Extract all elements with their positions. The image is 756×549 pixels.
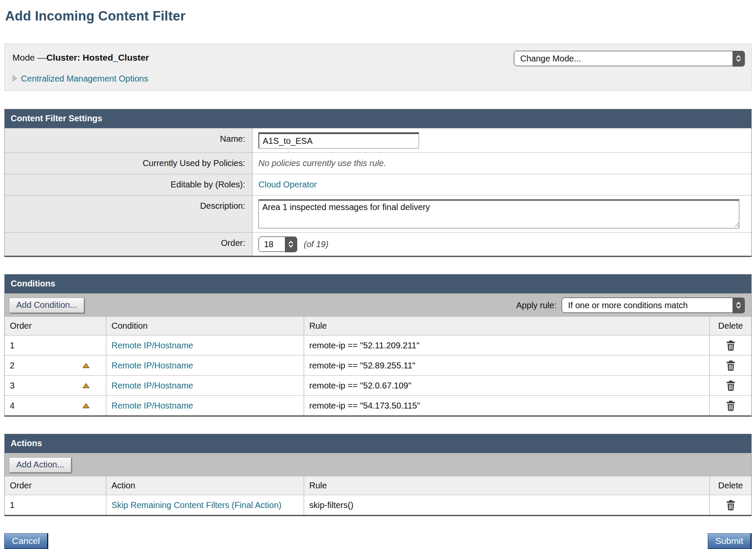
move-up-button[interactable] <box>82 363 90 368</box>
roles-row: Editable by (Roles): Cloud Operator <box>5 174 751 195</box>
cancel-button[interactable]: Cancel <box>4 533 48 549</box>
condition-order: 4 <box>10 401 15 411</box>
name-row: Name: <box>5 128 751 152</box>
mode-separator: — <box>37 53 46 62</box>
condition-row: 2 Remote IP/Hostname remote-ip == "52.89… <box>5 355 751 375</box>
trash-icon <box>726 366 735 372</box>
trash-icon <box>726 406 735 412</box>
condition-order: 1 <box>10 341 15 350</box>
condition-row: 1 Remote IP/Hostname remote-ip == "52.11… <box>5 335 751 355</box>
delete-button[interactable] <box>726 400 735 411</box>
condition-link[interactable]: Remote IP/Hostname <box>111 360 193 371</box>
move-up-button[interactable] <box>82 403 90 409</box>
condition-rule: remote-ip == "52.11.209.211" <box>309 341 419 350</box>
select-spinner-icon <box>285 237 297 252</box>
col-order-header: Order <box>5 476 106 495</box>
conditions-section: Conditions Add Condition... Apply rule: … <box>4 274 752 417</box>
change-mode-select[interactable]: Change Mode... <box>514 51 744 66</box>
actions-header: Actions <box>5 434 751 453</box>
add-condition-button[interactable]: Add Condition... <box>9 298 84 313</box>
description-textarea[interactable]: Area 1 inspected messages for final deli… <box>258 199 739 228</box>
name-input[interactable] <box>258 132 419 149</box>
content-filter-settings-header: Content Filter Settings <box>5 109 751 128</box>
name-value-cell <box>252 128 751 152</box>
arrow-up-icon <box>82 403 90 410</box>
mode-label: Mode <box>12 53 37 62</box>
trash-icon <box>726 505 735 512</box>
condition-rule: remote-ip == "54.173.50.115" <box>309 401 420 411</box>
change-mode-selected-value: Change Mode... <box>520 54 581 64</box>
action-link[interactable]: Skip Remaining Content Filters (Final Ac… <box>111 499 281 511</box>
arrow-up-icon <box>82 363 90 370</box>
col-rule-header: Rule <box>304 476 710 495</box>
expand-triangle-icon <box>12 74 17 84</box>
col-condition-header: Condition <box>106 317 304 335</box>
delete-button[interactable] <box>726 380 735 391</box>
mode-box: Mode —Cluster: Hosted_Cluster Change Mod… <box>4 44 752 91</box>
apply-rule-label: Apply rule: <box>516 301 557 310</box>
condition-link[interactable]: Remote IP/Hostname <box>111 400 193 411</box>
conditions-table-header: Order Condition Rule Delete <box>5 317 751 335</box>
trash-icon <box>726 346 735 352</box>
move-up-button[interactable] <box>82 383 90 388</box>
order-total-note: (of 19) <box>304 239 328 249</box>
description-row: Description: Area 1 inspected messages f… <box>5 195 751 232</box>
roles-label: Editable by (Roles): <box>5 174 252 195</box>
condition-rule: remote-ip == "52.89.255.11" <box>309 361 415 371</box>
footer: Cancel Submit <box>4 533 752 549</box>
content-filter-settings-section: Content Filter Settings Name: Currently … <box>4 109 752 257</box>
condition-row: 4 Remote IP/Hostname remote-ip == "54.17… <box>5 395 751 415</box>
col-order-header: Order <box>5 317 106 335</box>
condition-rule: remote-ip == "52.0.67.109" <box>309 381 411 391</box>
condition-order: 3 <box>10 381 15 391</box>
centralized-management-options-label: Centralized Management Options <box>21 74 148 84</box>
policies-value: No policies currently use this rule. <box>258 158 386 168</box>
actions-section: Actions Add Action... Order Action Rule … <box>4 434 752 516</box>
order-label: Order: <box>5 233 252 256</box>
submit-button[interactable]: Submit <box>708 533 752 549</box>
cloud-operator-link[interactable]: Cloud Operator <box>258 180 317 190</box>
conditions-header: Conditions <box>5 274 751 293</box>
apply-rule-selected-value: If one or more conditions match <box>568 301 688 310</box>
select-spinner-icon <box>733 51 745 67</box>
col-delete-header: Delete <box>710 317 751 335</box>
policies-label: Currently Used by Policies: <box>5 153 252 174</box>
delete-button[interactable] <box>726 500 735 511</box>
policies-row: Currently Used by Policies: No policies … <box>5 152 751 174</box>
condition-link[interactable]: Remote IP/Hostname <box>111 340 193 351</box>
condition-link[interactable]: Remote IP/Hostname <box>111 380 193 391</box>
description-label: Description: <box>5 196 252 232</box>
name-label: Name: <box>5 128 252 152</box>
arrow-up-icon <box>82 383 90 390</box>
delete-button[interactable] <box>726 360 735 371</box>
add-action-button[interactable]: Add Action... <box>9 457 71 473</box>
order-row: Order: 18 (of 19) <box>5 232 751 256</box>
actions-table-header: Order Action Rule Delete <box>5 476 751 495</box>
col-action-header: Action <box>106 476 304 495</box>
conditions-toolbar: Add Condition... Apply rule: If one or m… <box>5 293 751 317</box>
action-order: 1 <box>10 500 15 510</box>
delete-button[interactable] <box>726 340 735 351</box>
actions-toolbar: Add Action... <box>5 453 751 476</box>
centralized-management-options-link[interactable]: Centralized Management Options <box>12 74 148 84</box>
order-select[interactable]: 18 <box>258 237 297 252</box>
apply-rule-select[interactable]: If one or more conditions match <box>562 298 744 313</box>
trash-icon <box>726 386 735 392</box>
col-delete-header: Delete <box>710 476 751 495</box>
mode-value: Cluster: Hosted_Cluster <box>46 53 149 62</box>
condition-row: 3 Remote IP/Hostname remote-ip == "52.0.… <box>5 375 751 395</box>
action-row: 1 Skip Remaining Content Filters (Final … <box>5 495 751 515</box>
order-selected-value: 18 <box>264 239 273 249</box>
condition-order: 2 <box>10 361 15 371</box>
action-rule: skip-filters() <box>309 500 353 510</box>
col-rule-header: Rule <box>304 317 710 335</box>
page-title: Add Incoming Content Filter <box>5 9 752 24</box>
select-spinner-icon <box>733 298 745 313</box>
